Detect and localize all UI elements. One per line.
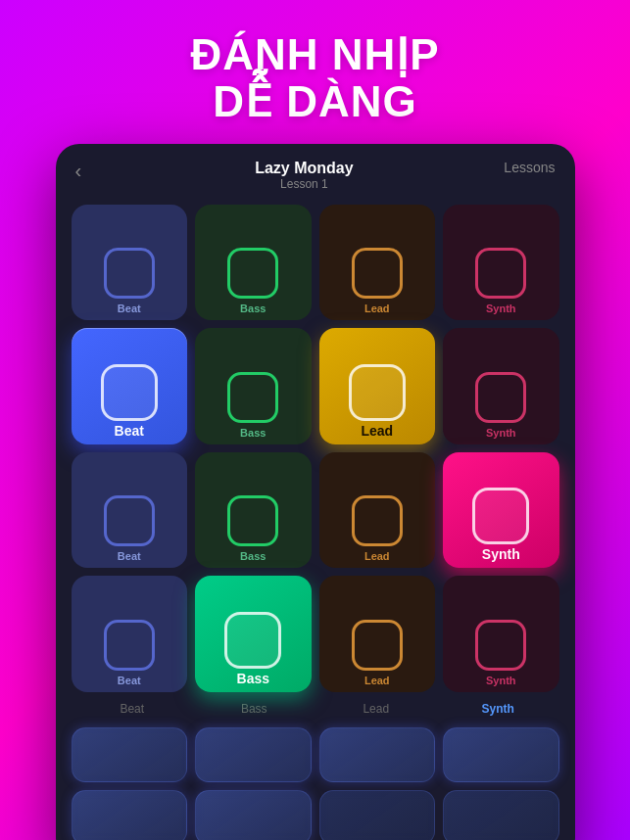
pad-label: Beat [115,423,144,439]
pad-label: Bass [237,671,269,686]
pad-synth-r4[interactable]: Synth [443,576,559,692]
pad-label: Bass [240,550,266,562]
pad-icon [352,620,403,671]
lesson-label: Lesson 1 [255,177,353,191]
pad-label: Synth [482,546,520,562]
bottom-pad-4[interactable] [443,727,559,782]
pad-label: Synth [486,303,516,314]
pad-label: Beat [118,550,141,562]
pad-label: Lead [364,550,390,562]
col-label-lead: Lead [315,700,438,718]
pad-icon [475,248,526,299]
pad-icon [227,248,278,299]
back-button[interactable]: ‹ [75,160,105,182]
pad-label: Lead [361,423,393,439]
title-line1: ĐÁNH NHỊP [190,30,439,78]
device-container: ‹ Lazy Monday Lesson 1 Lessons Beat Bass… [56,144,575,840]
pad-lead-r3[interactable]: Lead [319,452,436,569]
pad-synth-r3[interactable]: Synth [443,452,559,569]
col-label-beat: Beat [72,700,194,718]
pad-icon [224,612,281,669]
bottom-pad-6[interactable] [195,790,312,840]
pad-icon [472,488,529,544]
pad-icon [104,248,155,299]
pad-label: Beat [118,675,141,686]
bottom-pads [72,727,559,840]
pad-icon [352,248,403,299]
pad-icon [101,364,158,421]
pad-icon [475,620,526,671]
bottom-pad-2[interactable] [195,727,312,782]
pad-label: Synth [486,427,516,439]
pad-label: Synth [486,675,516,686]
pad-icon [475,372,526,423]
song-title: Lazy Monday [255,160,353,177]
bottom-pad-3[interactable] [319,727,436,782]
pad-icon [227,495,278,546]
lessons-button[interactable]: Lessons [504,160,555,175]
pad-beat-r1[interactable]: Beat [72,205,188,321]
title-area: ĐÁNH NHỊP DỄ DÀNG [170,0,459,144]
pad-beat-r2[interactable]: Beat [72,328,188,444]
pad-icon [349,364,406,421]
pad-lead-r2[interactable]: Lead [319,328,436,444]
pad-beat-r3[interactable]: Beat [72,452,188,569]
pad-icon [227,372,278,423]
col-label-synth: Synth [437,700,559,718]
pad-synth-r2[interactable]: Synth [443,328,559,444]
pad-beat-r4[interactable]: Beat [72,576,188,692]
bottom-pad-8[interactable] [443,790,559,840]
device-header: ‹ Lazy Monday Lesson 1 Lessons [72,160,559,191]
main-title: ĐÁNH NHỊP DỄ DÀNG [190,31,439,126]
pad-bass-r2[interactable]: Bass [195,328,312,444]
bottom-pad-7[interactable] [319,790,436,840]
bottom-pad-1[interactable] [72,727,188,782]
pad-label: Bass [240,303,266,314]
pad-synth-r1[interactable]: Synth [443,205,559,321]
column-labels: Beat Bass Lead Synth [72,700,559,718]
pad-lead-r4[interactable]: Lead [319,576,436,692]
bottom-pad-5[interactable] [72,790,188,840]
pad-bass-r1[interactable]: Bass [195,205,312,321]
pad-bass-r4[interactable]: Bass [195,576,312,692]
pad-icon [104,495,155,546]
pad-lead-r1[interactable]: Lead [319,205,436,321]
pad-icon [104,620,155,671]
pad-icon [352,495,403,546]
pad-label: Lead [364,303,390,314]
pad-label: Lead [364,675,390,686]
pad-label: Beat [118,303,141,314]
col-label-bass: Bass [193,700,315,718]
pad-bass-r3[interactable]: Bass [195,452,312,569]
pads-grid: Beat Bass Lead Synth Beat Bass Lead [72,205,559,692]
pad-label: Bass [240,427,266,439]
header-center: Lazy Monday Lesson 1 [255,160,353,191]
title-line2: DỄ DÀNG [213,77,417,125]
